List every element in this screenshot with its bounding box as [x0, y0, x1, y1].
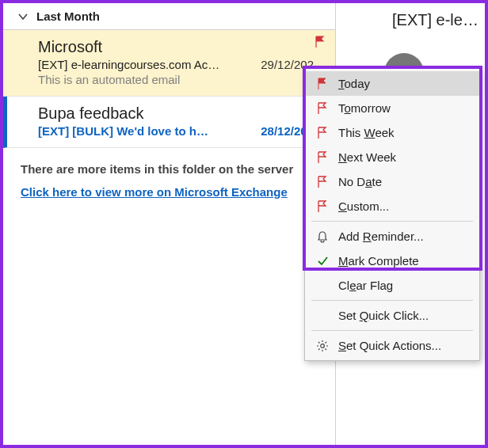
chevron-down-icon — [17, 11, 29, 22]
section-title: Last Month — [36, 9, 100, 23]
section-header-last-month[interactable]: Last Month — [3, 3, 335, 30]
flag-icon — [313, 176, 332, 188]
ctx-label: Tomorrow — [338, 101, 391, 115]
ctx-label: Set Quick Click... — [338, 309, 429, 322]
flag-icon — [313, 151, 332, 164]
ctx-label: This Week — [338, 126, 395, 139]
ctx-label: No Date — [338, 175, 382, 188]
flag-icon — [313, 127, 332, 139]
ctx-label: Custom... — [338, 199, 389, 213]
ctx-clear-flag[interactable]: Clear Flag — [305, 273, 479, 298]
ctx-label: Today — [338, 77, 370, 90]
reading-subject: [EXT] e-le… — [392, 11, 477, 29]
ctx-label: Add Reminder... — [338, 230, 424, 243]
flag-icon — [313, 102, 332, 115]
menu-separator — [311, 300, 473, 301]
email-list-pane: Last Month Microsoft [EXT] e-learningcou… — [3, 3, 336, 445]
email-subject: [EXT] [BULK] We'd love to h… — [38, 124, 208, 138]
bell-icon — [313, 230, 332, 243]
check-icon — [313, 255, 332, 268]
folder-server-message: There are more items in this folder on t… — [3, 148, 335, 180]
ctx-set-quick-actions[interactable]: Set Quick Actions... — [305, 333, 479, 358]
ctx-label: Set Quick Actions... — [338, 339, 441, 352]
flag-icon[interactable] — [313, 35, 327, 49]
email-item[interactable]: Bupa feedback [EXT] [BULK] We'd love to … — [3, 97, 335, 148]
ctx-no-date[interactable]: No Date — [305, 169, 479, 194]
gear-icon — [313, 340, 332, 352]
menu-separator — [311, 330, 473, 331]
ctx-today[interactable]: Today — [305, 71, 479, 96]
menu-separator — [311, 221, 473, 222]
ctx-add-reminder[interactable]: Add Reminder... — [305, 224, 479, 249]
view-more-link[interactable]: Click here to view more on Microsoft Exc… — [3, 180, 335, 203]
svg-point-0 — [321, 344, 325, 347]
ctx-set-quick-click[interactable]: Set Quick Click... — [305, 303, 479, 328]
ctx-label: Mark Complete — [338, 254, 419, 268]
ctx-label: Next Week — [338, 150, 396, 164]
ctx-tomorrow[interactable]: Tomorrow — [305, 96, 479, 120]
email-preview: This is an automated email — [38, 73, 326, 86]
ctx-mark-complete[interactable]: Mark Complete — [305, 249, 479, 273]
email-sender: Microsoft — [38, 38, 102, 56]
email-sender: Bupa feedback — [38, 104, 143, 123]
ctx-this-week[interactable]: This Week — [305, 120, 479, 145]
email-subject: [EXT] e-learningcourses.com Ac… — [38, 58, 219, 71]
flag-context-menu: Today Tomorrow This Week Next Week No Da… — [304, 68, 480, 361]
ctx-next-week[interactable]: Next Week — [305, 145, 479, 169]
flag-icon — [313, 200, 332, 213]
ctx-custom[interactable]: Custom... — [305, 194, 479, 218]
email-item[interactable]: Microsoft [EXT] e-learningcourses.com Ac… — [3, 30, 335, 97]
flag-icon — [313, 78, 332, 90]
ctx-label: Clear Flag — [338, 279, 393, 292]
